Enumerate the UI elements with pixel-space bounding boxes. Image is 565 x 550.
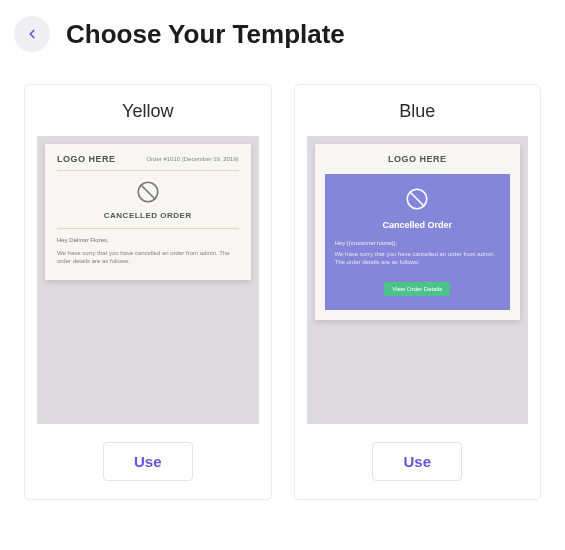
preview-email: LOGO HERE Cancelled Order Hey {{customer…: [315, 144, 521, 320]
svg-line-1: [141, 186, 154, 199]
preview-body: We have sorry that you have cancelled an…: [335, 250, 501, 267]
preview-cta-button: View Order Details: [384, 282, 450, 296]
chevron-left-icon: [25, 27, 39, 41]
back-button[interactable]: [14, 16, 50, 52]
template-thumbnail-blue[interactable]: LOGO HERE Cancelled Order Hey {{customer…: [307, 136, 529, 424]
template-thumbnail-yellow[interactable]: LOGO HERE Order #1010 (December 19, 2019…: [37, 136, 259, 424]
preview-heading: Cancelled Order: [335, 220, 501, 230]
use-button[interactable]: Use: [372, 442, 462, 481]
preview-logo: LOGO HERE: [325, 154, 511, 164]
preview-heading: CANCELLED ORDER: [57, 211, 239, 229]
template-grid: Yellow LOGO HERE Order #1010 (December 1…: [0, 68, 565, 500]
template-name: Blue: [307, 101, 529, 122]
cancel-icon: [335, 186, 501, 212]
template-name: Yellow: [37, 101, 259, 122]
svg-line-4: [411, 193, 424, 206]
template-card-yellow: Yellow LOGO HERE Order #1010 (December 1…: [24, 84, 272, 500]
preview-greeting: Hey Delmar Flores,: [57, 237, 239, 243]
page-title: Choose Your Template: [66, 19, 345, 50]
preview-panel: Cancelled Order Hey {{customer.name}}, W…: [325, 174, 511, 310]
preview-body: We have sorry that you have cancelled an…: [57, 249, 239, 266]
preview-logo: LOGO HERE: [57, 154, 116, 164]
page-header: Choose Your Template: [0, 0, 565, 68]
preview-order-meta: Order #1010 (December 19, 2019): [146, 156, 238, 162]
annotation-arrow-icon: [193, 545, 259, 550]
template-card-blue: Blue LOGO HERE Cancelled Order Hey {{cus…: [294, 84, 542, 500]
cancel-icon: [57, 179, 239, 205]
preview-header: LOGO HERE Order #1010 (December 19, 2019…: [57, 154, 239, 171]
use-button[interactable]: Use: [103, 442, 193, 481]
preview-email: LOGO HERE Order #1010 (December 19, 2019…: [45, 144, 251, 280]
preview-greeting: Hey {{customer.name}},: [335, 240, 501, 246]
